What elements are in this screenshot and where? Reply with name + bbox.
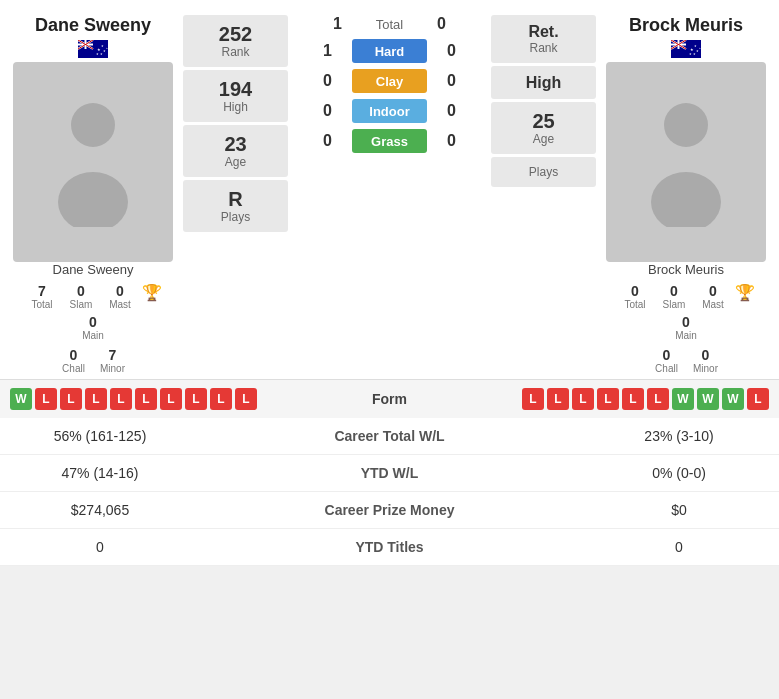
svg-text:★: ★ — [693, 52, 696, 56]
form-badge-l: L — [622, 388, 644, 410]
p1-ytd: 47% (14-16) — [0, 455, 200, 492]
stats-table: 56% (161-125) Career Total W/L 23% (3-10… — [0, 418, 779, 566]
p1-prize: $274,065 — [0, 492, 200, 529]
form-badge-l: L — [547, 388, 569, 410]
player2-age-box: 25 Age — [491, 102, 596, 154]
court-area: 1 Total 0 1 Hard 0 0 Clay 0 0 Indoor 0 — [293, 15, 486, 153]
svg-point-14 — [71, 103, 115, 147]
indoor-row: 0 Indoor 0 — [315, 99, 464, 123]
form-badge-l: L — [747, 388, 769, 410]
player2-trophy-icon: 🏆 — [735, 283, 755, 310]
p2-career-total: 23% (3-10) — [579, 418, 779, 455]
player1-chall: 0 Chall — [56, 347, 91, 374]
form-badge-l: L — [522, 388, 544, 410]
p2-clay-score: 0 — [439, 72, 464, 90]
p2-titles: 0 — [579, 529, 779, 566]
svg-text:★: ★ — [97, 48, 101, 52]
player2-flag: ★ ★ ★ ★ ★ ★ — [671, 40, 701, 58]
form-badge-w: W — [672, 388, 694, 410]
player2-slam: 0 Slam — [657, 283, 692, 310]
total-label: Total — [362, 17, 417, 32]
player1-slam: 0 Slam — [64, 283, 99, 310]
player2-main: 0 Main — [669, 314, 704, 341]
p1-total-score: 1 — [325, 15, 350, 33]
player1-name: Dane Sweeny — [35, 15, 151, 36]
titles-row: 0 YTD Titles 0 — [0, 529, 779, 566]
p2-grass-score: 0 — [439, 132, 464, 150]
svg-text:★: ★ — [694, 44, 697, 48]
player1-stats-row: 7 Total 0 Slam 0 Mast 🏆 0 Main — [13, 283, 173, 341]
form-badge-l: L — [185, 388, 207, 410]
form-badge-l: L — [572, 388, 594, 410]
player1-mast: 0 Mast — [103, 283, 138, 310]
player1-section: Dane Sweeny ★ ★ ★ ★ ★ ★ — [8, 15, 178, 374]
player2-photo — [606, 62, 766, 262]
p2-prize: $0 — [579, 492, 779, 529]
form-badge-l: L — [160, 388, 182, 410]
player2-name: Brock Meuris — [629, 15, 743, 36]
player1-rank-box: 252 Rank — [183, 15, 288, 67]
grass-badge: Grass — [352, 129, 427, 153]
player2-stats-row: 0 Total 0 Slam 0 Mast 🏆 0 Main — [606, 283, 766, 341]
form-label: Form — [360, 391, 420, 407]
player1-main: 0 Main — [76, 314, 111, 341]
player1-high-box: 194 High — [183, 70, 288, 122]
hard-badge: Hard — [352, 39, 427, 63]
grass-row: 0 Grass 0 — [315, 129, 464, 153]
player2-plays-box: Plays — [491, 157, 596, 187]
form-badge-l: L — [235, 388, 257, 410]
form-badge-w: W — [10, 388, 32, 410]
form-badge-l: L — [135, 388, 157, 410]
form-badge-l: L — [597, 388, 619, 410]
svg-text:★: ★ — [101, 44, 104, 48]
ytd-row: 47% (14-16) YTD W/L 0% (0-0) — [0, 455, 779, 492]
titles-label: YTD Titles — [200, 529, 579, 566]
form-badge-l: L — [647, 388, 669, 410]
form-section: WLLLLLLLLL Form LLLLLLWWWL — [0, 379, 779, 418]
svg-point-31 — [651, 172, 721, 227]
svg-text:★: ★ — [689, 52, 692, 56]
player2-stats-box: Ret. Rank High 25 Age Plays — [491, 15, 596, 187]
clay-badge: Clay — [352, 69, 427, 93]
svg-point-15 — [58, 172, 128, 227]
svg-text:★: ★ — [696, 49, 699, 53]
form-badge-l: L — [210, 388, 232, 410]
prize-row: $274,065 Career Prize Money $0 — [0, 492, 779, 529]
player1-stats-box: 252 Rank 194 High 23 Age R Plays — [183, 15, 288, 232]
career-total-row: 56% (161-125) Career Total W/L 23% (3-10… — [0, 418, 779, 455]
total-row: 1 Total 0 — [325, 15, 454, 33]
svg-text:★: ★ — [103, 49, 106, 53]
p2-ytd: 0% (0-0) — [579, 455, 779, 492]
player2-rank-box: Ret. Rank — [491, 15, 596, 63]
svg-text:★: ★ — [100, 52, 103, 56]
indoor-badge: Indoor — [352, 99, 427, 123]
player2-name-below: Brock Meuris — [648, 262, 724, 277]
player1-minor: 7 Minor — [95, 347, 130, 374]
player2-form: LLLLLLWWWL — [522, 388, 769, 410]
svg-text:★: ★ — [690, 48, 694, 52]
p1-hard-score: 1 — [315, 42, 340, 60]
form-badge-w: W — [722, 388, 744, 410]
player1-trophy-icon: 🏆 — [142, 283, 162, 310]
player2-high-box: High — [491, 66, 596, 100]
svg-point-30 — [664, 103, 708, 147]
player2-stats-row2: 0 Chall 0 Minor — [606, 347, 766, 374]
form-badge-w: W — [697, 388, 719, 410]
player1-form: WLLLLLLLLL — [10, 388, 257, 410]
p2-indoor-score: 0 — [439, 102, 464, 120]
form-badge-l: L — [60, 388, 82, 410]
form-badge-l: L — [85, 388, 107, 410]
p1-clay-score: 0 — [315, 72, 340, 90]
p1-titles: 0 — [0, 529, 200, 566]
player2-total: 0 Total — [618, 283, 653, 310]
player1-age-box: 23 Age — [183, 125, 288, 177]
player2-mast: 0 Mast — [696, 283, 731, 310]
prize-label: Career Prize Money — [200, 492, 579, 529]
clay-row: 0 Clay 0 — [315, 69, 464, 93]
player1-plays-box: R Plays — [183, 180, 288, 232]
player1-stats-row2: 0 Chall 7 Minor — [13, 347, 173, 374]
hard-row: 1 Hard 0 — [315, 39, 464, 63]
p2-hard-score: 0 — [439, 42, 464, 60]
career-total-label: Career Total W/L — [200, 418, 579, 455]
player1-photo — [13, 62, 173, 262]
